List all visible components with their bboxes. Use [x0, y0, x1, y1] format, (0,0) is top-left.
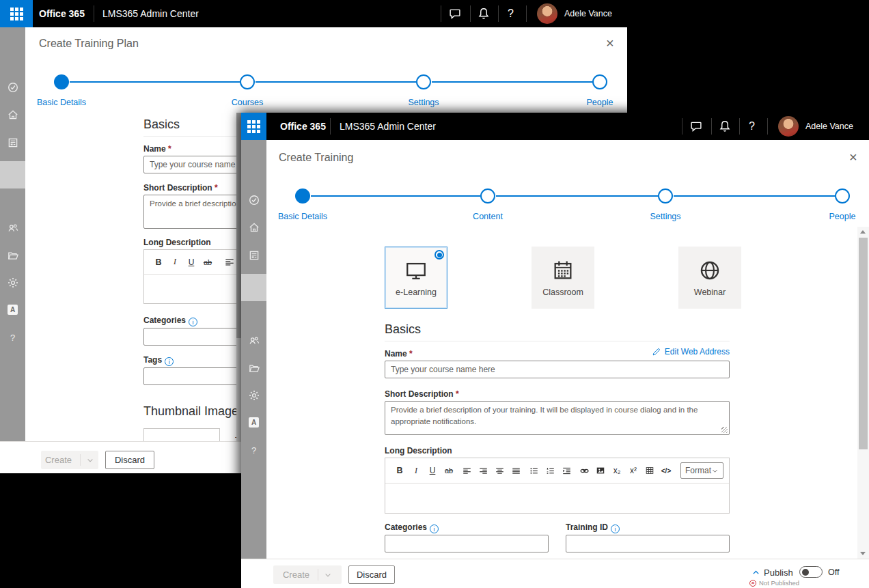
info-icon[interactable]: i — [165, 357, 174, 366]
bold-icon[interactable]: B — [151, 254, 166, 270]
brand-office365[interactable]: Office 365 — [280, 113, 326, 140]
info-icon[interactable]: i — [611, 524, 620, 533]
image-icon[interactable] — [593, 462, 608, 479]
create-button[interactable]: Create — [273, 565, 342, 584]
chat-icon[interactable] — [448, 7, 462, 20]
user-name[interactable]: Adele Vance — [805, 113, 853, 140]
resize-handle[interactable] — [721, 427, 728, 433]
help-button[interactable]: ? — [508, 0, 514, 27]
categories-input[interactable] — [385, 535, 549, 552]
bold-icon[interactable]: B — [392, 462, 407, 479]
step-label[interactable]: People — [795, 212, 869, 221]
close-icon[interactable]: × — [849, 151, 857, 163]
home-icon[interactable] — [0, 106, 25, 124]
indent-icon[interactable] — [559, 462, 574, 479]
step-circle-basic-details[interactable] — [54, 74, 69, 89]
close-icon[interactable]: × — [606, 37, 614, 49]
lms365-app-icon[interactable]: A — [241, 413, 266, 431]
step-label[interactable]: Settings — [376, 98, 471, 107]
source-code-icon[interactable]: </> — [659, 462, 674, 479]
italic-icon[interactable]: I — [409, 462, 424, 479]
align-left-icon[interactable] — [222, 254, 237, 270]
front-scrollbar[interactable] — [857, 227, 869, 559]
edit-web-address-link[interactable]: Edit Web Address — [644, 347, 730, 356]
help-button[interactable]: ? — [749, 113, 755, 140]
numbered-list-icon[interactable] — [542, 462, 557, 479]
course-type-classroom[interactable]: Classroom — [532, 247, 594, 309]
front-window: Office 365 LMS365 Admin Center ? Adele V… — [241, 113, 869, 588]
table-icon[interactable] — [642, 462, 657, 479]
user-name[interactable]: Adele Vance — [564, 0, 612, 27]
info-icon[interactable]: i — [189, 318, 197, 326]
bell-icon[interactable] — [477, 7, 491, 20]
course-type-webinar[interactable]: Webinar — [678, 247, 741, 309]
link-icon[interactable] — [577, 462, 592, 479]
discard-button[interactable]: Discard — [105, 451, 154, 469]
bulleted-list-icon[interactable] — [526, 462, 541, 479]
align-center-icon[interactable] — [492, 462, 507, 479]
strikethrough-icon[interactable]: ab — [441, 462, 456, 479]
news-icon[interactable] — [241, 247, 266, 264]
scroll-down-arrow[interactable] — [860, 552, 866, 555]
sidebar-selected-item[interactable] — [241, 274, 266, 301]
underline-icon[interactable]: U — [425, 462, 440, 479]
scroll-up-arrow[interactable] — [860, 230, 866, 234]
format-dropdown[interactable]: Format — [680, 462, 723, 479]
people-icon[interactable] — [0, 219, 25, 237]
calendar-icon — [551, 259, 575, 282]
bell-icon[interactable] — [718, 120, 732, 133]
app-launcher-button[interactable] — [0, 0, 33, 27]
short-description-textarea[interactable] — [385, 401, 730, 435]
create-button[interactable]: Create — [41, 451, 98, 469]
step-circle-settings[interactable] — [416, 74, 431, 89]
step-label[interactable]: Basic Details — [14, 98, 109, 107]
step-circle-basic-details[interactable] — [295, 188, 310, 204]
tasks-icon[interactable] — [241, 191, 266, 209]
training-id-input[interactable] — [566, 535, 730, 552]
step-circle-courses[interactable] — [240, 74, 255, 89]
step-label[interactable]: Basic Details — [255, 212, 350, 221]
monitor-icon — [404, 259, 428, 282]
gear-icon[interactable] — [241, 387, 266, 404]
step-circle-content[interactable] — [480, 188, 495, 204]
discard-button[interactable]: Discard — [348, 565, 395, 584]
justify-icon[interactable] — [508, 462, 523, 479]
publish-collapse-icon[interactable] — [751, 568, 760, 577]
step-label[interactable]: People — [552, 98, 627, 107]
strikethrough-icon[interactable]: ab — [200, 254, 215, 270]
step-circle-settings[interactable] — [658, 188, 673, 204]
course-type-elearning[interactable]: e-Learning — [385, 247, 447, 309]
help-icon[interactable]: ? — [241, 441, 266, 459]
step-label[interactable]: Settings — [618, 212, 713, 221]
avatar[interactable] — [778, 116, 799, 137]
info-icon[interactable]: i — [430, 524, 439, 533]
folder-icon[interactable] — [241, 359, 266, 377]
step-label[interactable]: Content — [440, 212, 536, 221]
superscript-icon[interactable]: x² — [626, 462, 641, 479]
tasks-icon[interactable] — [0, 79, 25, 96]
long-description-editor[interactable]: B I U ab x₂ x² </> Format — [385, 458, 730, 514]
avatar[interactable] — [537, 3, 557, 24]
name-input[interactable] — [385, 361, 730, 378]
publish-toggle[interactable] — [799, 566, 823, 578]
sidebar-selected-item[interactable] — [0, 161, 25, 188]
folder-icon[interactable] — [0, 247, 25, 264]
help-icon[interactable]: ? — [0, 328, 25, 346]
news-icon[interactable] — [0, 134, 25, 152]
people-icon[interactable] — [241, 332, 266, 350]
subscript-icon[interactable]: x₂ — [609, 462, 624, 479]
brand-office365[interactable]: Office 365 — [39, 0, 85, 27]
lms365-app-icon[interactable]: A — [0, 300, 25, 318]
step-label[interactable]: Courses — [199, 98, 295, 107]
underline-icon[interactable]: U — [184, 254, 199, 270]
italic-icon[interactable]: I — [167, 254, 182, 270]
gear-icon[interactable] — [0, 274, 25, 292]
short-description-label: Short Description * — [385, 389, 459, 399]
chat-icon[interactable] — [689, 120, 703, 133]
align-left-icon[interactable] — [459, 462, 474, 479]
step-circle-people[interactable] — [835, 188, 850, 204]
align-right-icon[interactable] — [475, 462, 491, 479]
app-launcher-button[interactable] — [241, 113, 266, 140]
back-scrollbar[interactable] — [236, 113, 241, 441]
step-circle-people[interactable] — [592, 74, 607, 89]
